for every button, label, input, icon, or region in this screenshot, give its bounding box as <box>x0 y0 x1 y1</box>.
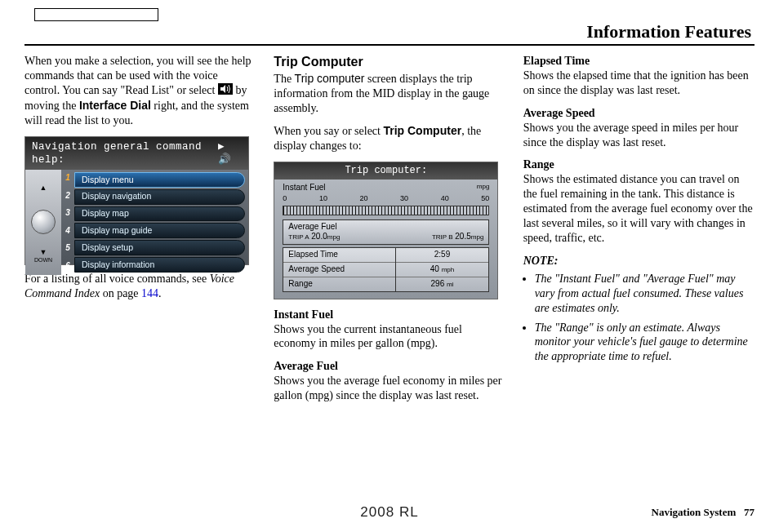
average-fuel-text: Shows you the average fuel economy in mi… <box>274 375 501 401</box>
note-list: The "Instant Fuel" and "Average Fuel" ma… <box>523 272 755 364</box>
range-block: Range Shows the estimated distance you c… <box>523 157 755 245</box>
top-placeholder-box <box>34 8 158 21</box>
nav-num-1: 1 <box>61 170 74 188</box>
header-row: Information Features <box>24 21 755 46</box>
elapsed-heading: Elapsed Time <box>523 55 590 67</box>
text: The <box>274 73 294 85</box>
avgspeed-heading: Average Speed <box>523 107 595 119</box>
gauge-bar <box>283 206 489 215</box>
page-title: Information Features <box>586 21 755 42</box>
interface-dial-label: Interface Dial <box>79 99 151 112</box>
range-heading: Range <box>523 158 554 171</box>
footer-section-label: Navigation System <box>652 506 737 518</box>
instant-fuel-block: Instant Fuel Shows you the current insta… <box>274 308 505 352</box>
nav-item: Display information <box>74 257 245 273</box>
note-item: The "Range" is only an estimate. Always … <box>535 321 755 365</box>
row-val: 2:59 <box>434 250 450 259</box>
average-fuel-row: Average Fuel TRIP A 20.0mpg TRIP B 20.5m… <box>283 219 489 246</box>
text: . <box>158 287 162 299</box>
text: on page <box>103 287 141 299</box>
manual-page: Information Features When you make a sel… <box>0 0 779 532</box>
nav-num-4: 4 <box>61 222 74 240</box>
col1-para2: For a listing of all voice commands, see… <box>24 272 256 301</box>
trip-computer-heading: Trip Computer <box>274 54 505 70</box>
trip-computer-screenshot: Trip computer: Instant Fuel mpg 0 10 20 … <box>274 162 498 299</box>
text: When you make a selection, you will see … <box>24 55 252 96</box>
trip-a-val: 20.0 <box>311 232 327 241</box>
nav-item: Display navigation <box>74 189 245 205</box>
speaker-icon <box>218 83 233 99</box>
trip-b-val: 20.5 <box>455 232 470 241</box>
footer: 2008 RL Navigation System 77 <box>0 504 779 521</box>
nav-item: Display map <box>74 206 245 222</box>
tick: 10 <box>319 194 327 204</box>
footer-right: Navigation System 77 <box>652 506 755 519</box>
trip-computer-label: Trip computer <box>295 72 365 85</box>
footer-model: 2008 RL <box>360 504 418 521</box>
nav-list: Display menu Display navigation Display … <box>74 170 248 275</box>
nav-header-text: Navigation general command help: <box>32 140 218 166</box>
unit: mpg <box>471 233 484 241</box>
range-text: Shows the estimated distance you can tra… <box>523 173 753 244</box>
mpg-unit: mpg <box>477 183 490 193</box>
note-heading: NOTE: <box>523 255 559 267</box>
row-label: Average Speed <box>283 263 394 277</box>
trip-shot-header: Trip computer: <box>274 162 497 180</box>
gauge-scale: 0 10 20 30 40 50 <box>283 194 489 204</box>
instant-fuel-text: Shows you the current instantaneous fuel… <box>274 323 462 350</box>
nav-num-5: 5 <box>61 240 74 258</box>
tick: 20 <box>360 194 368 204</box>
column-3: Elapsed Time Shows the elapsed time that… <box>523 54 755 411</box>
nav-item: Display setup <box>74 240 245 255</box>
note-item: The "Instant Fuel" and "Average Fuel" ma… <box>535 272 755 316</box>
trip-a-label: TRIP A <box>288 233 309 241</box>
text: When you say or select <box>274 125 383 137</box>
nav-num-6: 6 <box>61 257 74 275</box>
avgspeed-text: Shows you the average speed in miles per… <box>523 122 739 149</box>
avg-fuel-label: Average Fuel <box>288 222 483 233</box>
nav-numbers: 1 2 3 4 5 6 <box>61 170 74 275</box>
page-link-144: 144 <box>141 287 158 299</box>
nav-header-icons: ▶ 🔊 <box>218 140 242 166</box>
row-val: 40 <box>430 264 439 273</box>
column-1: When you make a selection, you will see … <box>24 54 256 411</box>
unit: mph <box>442 266 455 273</box>
unit: mi <box>447 281 453 288</box>
tick: 30 <box>400 194 408 204</box>
instant-fuel-label: Instant Fuel <box>283 183 325 193</box>
trip-computer-bold: Trip Computer <box>383 124 461 137</box>
elapsed-text: Shows the elapsed time that the ignition… <box>523 69 749 96</box>
col1-para1: When you make a selection, you will see … <box>24 54 256 128</box>
nav-item: Display map guide <box>74 223 245 238</box>
trip-data-table: Elapsed Time Average Speed Range 2:59 40… <box>283 247 489 291</box>
tick: 50 <box>481 194 489 204</box>
row-label: Range <box>283 277 394 291</box>
content-columns: When you make a selection, you will see … <box>24 54 755 411</box>
nav-num-2: 2 <box>61 187 74 205</box>
instant-fuel-heading: Instant Fuel <box>274 308 333 321</box>
row-label: Elapsed Time <box>283 248 394 263</box>
trip-b-label: TRIP B <box>432 233 453 241</box>
tick: 0 <box>283 194 287 204</box>
nav-item: Display menu <box>74 172 245 188</box>
nav-left-panel: ▲ ▼DOWN <box>25 170 61 275</box>
down-label: ▼DOWN <box>25 237 61 275</box>
average-fuel-heading: Average Fuel <box>274 360 338 372</box>
nav-shot-header: Navigation general command help: ▶ 🔊 <box>25 137 248 170</box>
page-number: 77 <box>744 506 755 518</box>
average-fuel-block: Average Fuel Shows you the average fuel … <box>274 359 505 403</box>
column-2: Trip Computer The Trip computer screen d… <box>274 54 505 411</box>
nav-num-3: 3 <box>61 205 74 223</box>
row-val: 296 <box>431 279 445 288</box>
elapsed-block: Elapsed Time Shows the elapsed time that… <box>523 54 755 98</box>
col2-para2: When you say or select Trip Computer, th… <box>274 124 505 153</box>
tick: 40 <box>441 194 449 204</box>
avgspeed-block: Average Speed Shows you the average spee… <box>523 106 755 150</box>
unit: mpg <box>327 233 341 241</box>
knob-icon <box>31 210 56 234</box>
col2-para1: The Trip computer screen displays the tr… <box>274 72 505 116</box>
nav-help-screenshot: Navigation general command help: ▶ 🔊 ▲ ▼… <box>24 136 249 265</box>
up-label: ▲ <box>25 170 61 207</box>
